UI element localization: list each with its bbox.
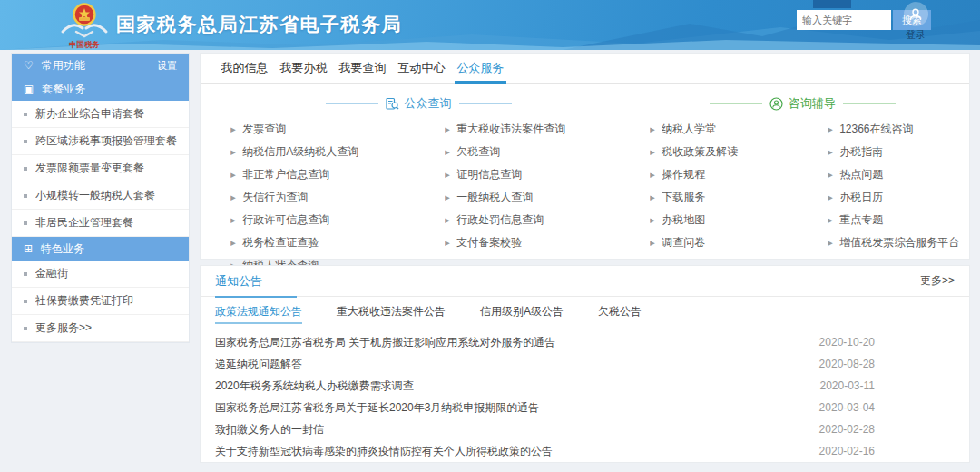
notice-tabs: 政策法规通知公告 重大税收违法案件公告 信用级别A级公告 欠税公告 xyxy=(201,297,969,326)
tab-my-info[interactable]: 我的信息 xyxy=(215,54,274,83)
arrow-icon: ▶ xyxy=(828,125,833,133)
sidebar-header-special-business[interactable]: ⊞ 特色业务 xyxy=(12,237,189,261)
public-query-section: 公众查询 ▶发票查询 ▶纳税信用A级纳税人查询 ▶非正常户信息查询 ▶失信行为查… xyxy=(201,93,636,277)
notice-title[interactable]: 递延纳税问题解答 xyxy=(215,357,302,372)
link-tax-calendar[interactable]: ▶办税日历 xyxy=(828,186,969,209)
notice-header: 通知公告 更多>> xyxy=(201,266,969,297)
arrow-icon: ▶ xyxy=(828,239,833,246)
sidebar-header-package-business[interactable]: ▣ 套餐业务 xyxy=(12,77,189,101)
notice-row[interactable]: 国家税务总局江苏省税务局关于延长2020年3月纳税申报期限的通告 2020-03… xyxy=(201,397,969,418)
link-certificate-info-query[interactable]: ▶证明信息查询 xyxy=(445,163,626,186)
notice-title[interactable]: 关于支持新型冠状病毒感染的肺炎疫情防控有关个人所得税政策的公告 xyxy=(215,444,553,459)
sidebar-item-more-services[interactable]: 更多服务>> xyxy=(12,315,189,342)
headset-person-icon xyxy=(769,97,783,111)
package-icon: ▣ xyxy=(24,84,34,94)
link-tax-guide[interactable]: ▶办税指南 xyxy=(828,141,969,163)
tab-policy-regulation-notices[interactable]: 政策法规通知公告 xyxy=(215,297,302,326)
tab-public-service[interactable]: 公众服务 xyxy=(451,54,510,83)
link-taxpayer-school[interactable]: ▶纳税人学堂 xyxy=(650,118,828,141)
arrow-icon: ▶ xyxy=(230,193,236,201)
tab-tax-handling[interactable]: 我要办税 xyxy=(274,54,333,83)
link-tax-arrears-query[interactable]: ▶欠税查询 xyxy=(445,141,626,163)
notice-row[interactable]: 关于支持新型冠状病毒感染的肺炎疫情防控有关个人所得税政策的公告 2020-02-… xyxy=(201,440,969,462)
link-key-topics[interactable]: ▶重点专题 xyxy=(828,209,969,231)
more-link[interactable]: 更多>> xyxy=(920,273,955,289)
link-survey-questionnaire[interactable]: ▶调查问卷 xyxy=(650,231,828,254)
notice-title[interactable]: 致扣缴义务人的一封信 xyxy=(215,422,324,438)
arrow-icon: ▶ xyxy=(828,193,833,201)
link-tax-policy-interpretation[interactable]: ▶税收政策及解读 xyxy=(650,141,828,163)
link-12366-online-consult[interactable]: ▶12366在线咨询 xyxy=(828,118,969,141)
bullet-icon xyxy=(24,113,27,116)
link-vat-invoice-service-platform[interactable]: ▶增值税发票综合服务平台 xyxy=(828,231,969,254)
sidebar-header-common-functions[interactable]: ♡ 常用功能 设置 xyxy=(12,54,189,77)
section-title: 公众查询 xyxy=(405,95,452,112)
sidebar-item-small-scale-taxpayer-package[interactable]: 小规模转一般纳税人套餐 xyxy=(12,182,189,210)
link-dishonesty-query[interactable]: ▶失信行为查询 xyxy=(230,186,445,209)
arrow-icon: ▶ xyxy=(828,216,833,223)
link-admin-license-query[interactable]: ▶行政许可信息查询 xyxy=(230,209,445,231)
sidebar-header-label: 特色业务 xyxy=(41,241,84,257)
notice-title[interactable]: 2020年税务系统纳税人办税缴费需求调查 xyxy=(215,379,414,394)
avatar[interactable] xyxy=(904,2,928,26)
arrow-icon: ▶ xyxy=(445,148,450,155)
arrow-icon: ▶ xyxy=(230,216,236,223)
settings-link[interactable]: 设置 xyxy=(157,59,177,73)
link-payment-record-check[interactable]: ▶支付备案校验 xyxy=(445,231,626,254)
link-tax-map[interactable]: ▶办税地图 xyxy=(650,209,828,231)
arrow-icon: ▶ xyxy=(650,216,655,223)
arrow-icon: ▶ xyxy=(230,171,236,178)
notice-title[interactable]: 国家税务总局江苏省税务局关于延长2020年3月纳税申报期限的通告 xyxy=(215,400,539,416)
notice-date: 2020-03-04 xyxy=(801,401,875,414)
sidebar-item-financial-street[interactable]: 金融街 xyxy=(12,261,189,288)
login-area[interactable]: 登录 xyxy=(897,2,935,42)
notice-row[interactable]: 致扣缴义务人的一封信 2020-02-28 xyxy=(201,418,969,440)
tab-major-tax-violation-notices[interactable]: 重大税收违法案件公告 xyxy=(337,297,446,326)
link-invoice-query[interactable]: ▶发票查询 xyxy=(230,118,445,141)
sidebar-header-label: 常用功能 xyxy=(42,58,85,74)
notice-date: 2020-02-28 xyxy=(801,423,875,436)
arrow-icon: ▶ xyxy=(230,148,236,155)
heart-icon: ♡ xyxy=(24,60,34,71)
divider-line xyxy=(459,103,512,104)
arrow-icon: ▶ xyxy=(650,239,655,246)
link-admin-penalty-query[interactable]: ▶行政处罚信息查询 xyxy=(445,209,626,231)
tab-credit-a-notices[interactable]: 信用级别A级公告 xyxy=(480,297,564,326)
main-panel: 我的信息 我要办税 我要查询 互动中心 公众服务 公众查询 xyxy=(200,53,970,260)
link-general-taxpayer-query[interactable]: ▶一般纳税人查询 xyxy=(445,186,626,209)
consult-section: 咨询辅导 ▶纳税人学堂 ▶税收政策及解读 ▶操作规程 ▶下载服务 ▶办税地图 ▶… xyxy=(636,93,969,277)
divider-line xyxy=(843,103,896,104)
sidebar-item-cross-region-package[interactable]: 跨区域涉税事项报验管理套餐 xyxy=(12,128,189,155)
link-abnormal-account-query[interactable]: ▶非正常户信息查询 xyxy=(230,163,445,186)
bullet-icon xyxy=(24,167,27,171)
notice-row[interactable]: 国家税务总局江苏省税务局 关于机房搬迁影响应用系统对外服务的通告 2020-10… xyxy=(201,331,969,353)
logo-caption-text: 中国税务 xyxy=(69,40,101,49)
link-download-service[interactable]: ▶下载服务 xyxy=(650,186,828,209)
notice-row[interactable]: 递延纳税问题解答 2020-08-28 xyxy=(201,353,969,375)
login-link[interactable]: 登录 xyxy=(897,28,935,42)
tab-my-query[interactable]: 我要查询 xyxy=(333,54,392,83)
link-operation-procedures[interactable]: ▶操作规程 xyxy=(650,163,828,186)
notice-panel: 通知公告 更多>> 政策法规通知公告 重大税收违法案件公告 信用级别A级公告 欠… xyxy=(200,265,970,463)
arrow-icon: ▶ xyxy=(828,171,833,178)
tab-tax-arrears-notices[interactable]: 欠税公告 xyxy=(598,297,642,326)
sidebar-item-new-enterprise-package[interactable]: 新办企业综合申请套餐 xyxy=(12,101,189,128)
link-tax-inspection-cert-check[interactable]: ▶税务检查证查验 xyxy=(230,231,445,254)
notice-date: 2020-10-20 xyxy=(801,336,875,349)
sidebar-item-social-security-payment-print[interactable]: 社保费缴费凭证打印 xyxy=(12,288,189,315)
notice-row[interactable]: 2020年税务系统纳税人办税缴费需求调查 2020-03-11 xyxy=(201,375,969,397)
arrow-icon: ▶ xyxy=(445,171,450,178)
link-credit-a-taxpayer-query[interactable]: ▶纳税信用A级纳税人查询 xyxy=(230,141,445,163)
notice-panel-title[interactable]: 通知公告 xyxy=(215,266,262,297)
link-hot-issues[interactable]: ▶热点问题 xyxy=(828,163,969,186)
sidebar-item-invoice-quota-package[interactable]: 发票限额票量变更套餐 xyxy=(12,155,189,182)
tab-interaction-center[interactable]: 互动中心 xyxy=(392,54,451,83)
site-title: 国家税务总局江苏省电子税务局 xyxy=(116,12,402,37)
arrow-icon: ▶ xyxy=(445,239,450,246)
arrow-icon: ▶ xyxy=(445,216,450,223)
bullet-icon xyxy=(24,140,27,143)
search-input[interactable] xyxy=(797,10,891,30)
link-major-tax-violation-query[interactable]: ▶重大税收违法案件查询 xyxy=(445,118,626,141)
sidebar-item-non-resident-enterprise-package[interactable]: 非居民企业管理套餐 xyxy=(12,210,189,237)
notice-title[interactable]: 国家税务总局江苏省税务局 关于机房搬迁影响应用系统对外服务的通告 xyxy=(215,335,555,350)
